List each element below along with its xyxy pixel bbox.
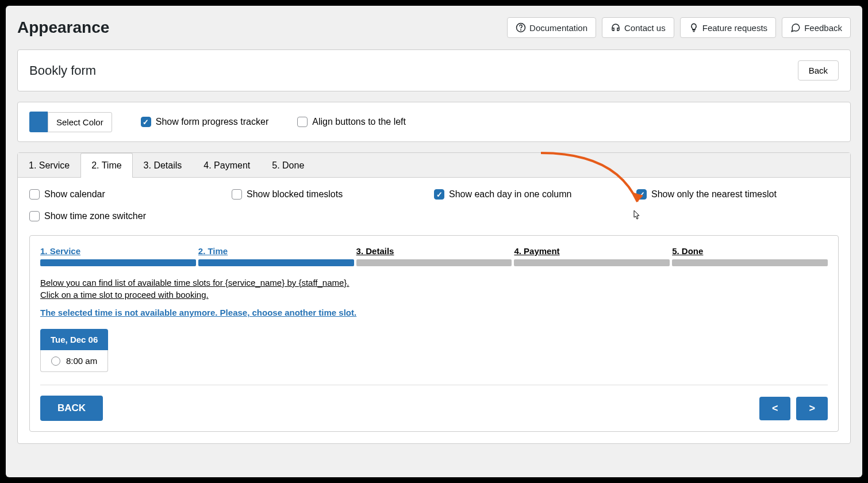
radio-icon: [51, 356, 60, 366]
tabs-container: 1. Service 2. Time 3. Details 4. Payment…: [17, 152, 851, 444]
documentation-button[interactable]: Documentation: [507, 17, 596, 38]
help-icon: [516, 22, 526, 33]
checkbox-show-progress[interactable]: Show form progress tracker: [141, 117, 269, 127]
tabs-bar: 1. Service 2. Time 3. Details 4. Payment…: [18, 153, 850, 178]
color-swatch: [29, 112, 48, 132]
checkbox-show-nearest[interactable]: Show only the nearest timeslot: [636, 189, 839, 200]
lightbulb-icon: [689, 22, 699, 33]
tab-time[interactable]: 2. Time: [80, 153, 132, 178]
headset-icon: [610, 22, 621, 33]
form-card-title: Bookly form: [29, 63, 96, 78]
tab-payment[interactable]: 4. Payment: [193, 153, 261, 178]
form-card: Bookly form Back: [17, 49, 851, 91]
back-button[interactable]: Back: [798, 60, 839, 80]
checkbox-show-each-day[interactable]: Show each day in one column: [434, 189, 636, 200]
tab-service[interactable]: 1. Service: [18, 153, 80, 178]
checkbox-show-calendar[interactable]: Show calendar: [29, 189, 232, 200]
checkbox-show-tz[interactable]: Show time zone switcher: [29, 211, 232, 221]
select-color-button[interactable]: Select Color: [48, 112, 112, 132]
feature-requests-button[interactable]: Feature requests: [680, 17, 776, 38]
timeslot-item[interactable]: 8:00 am: [40, 350, 108, 372]
feedback-button[interactable]: Feedback: [782, 17, 851, 38]
timeslot-day: Tue, Dec 06: [40, 329, 108, 350]
color-picker[interactable]: Select Color: [29, 112, 112, 132]
checkbox-show-blocked[interactable]: Show blocked timeslots: [232, 189, 434, 200]
tab-done[interactable]: 5. Done: [261, 153, 315, 178]
checkbox-icon: [29, 211, 40, 221]
svg-point-1: [521, 30, 521, 30]
checkbox-icon: [297, 117, 308, 127]
checkbox-icon: [636, 189, 647, 200]
warning-text[interactable]: The selected time is not available anymo…: [40, 308, 828, 317]
page-title: Appearance: [17, 18, 109, 37]
progress-step-service[interactable]: 1. Service: [40, 246, 196, 266]
comment-icon: [790, 22, 801, 33]
checkbox-icon: [434, 189, 444, 200]
form-back-button[interactable]: BACK: [40, 396, 103, 421]
contact-button[interactable]: Contact us: [602, 17, 674, 38]
checkbox-icon: [29, 189, 40, 200]
options-card: Select Color Show form progress tracker …: [17, 102, 851, 142]
checkbox-icon: [141, 117, 151, 127]
progress-step-details[interactable]: 3. Details: [356, 246, 512, 266]
next-button[interactable]: >: [796, 397, 828, 420]
progress-step-done[interactable]: 5. Done: [672, 246, 828, 266]
progress-step-time[interactable]: 2. Time: [198, 246, 354, 266]
timeslot-column: Tue, Dec 06 8:00 am: [40, 329, 108, 372]
prev-button[interactable]: <: [759, 397, 791, 420]
progress-tracker: 1. Service 2. Time 3. Details 4. Payment: [40, 246, 828, 266]
form-preview: 1. Service 2. Time 3. Details 4. Payment: [29, 235, 839, 432]
info-text[interactable]: Below you can find list of available tim…: [40, 278, 828, 288]
tab-details[interactable]: 3. Details: [133, 153, 193, 178]
info-text[interactable]: Click on a time slot to proceed with boo…: [40, 290, 828, 300]
checkbox-align-left[interactable]: Align buttons to the left: [297, 117, 406, 127]
progress-step-payment[interactable]: 4. Payment: [514, 246, 670, 266]
checkbox-icon: [232, 189, 242, 200]
